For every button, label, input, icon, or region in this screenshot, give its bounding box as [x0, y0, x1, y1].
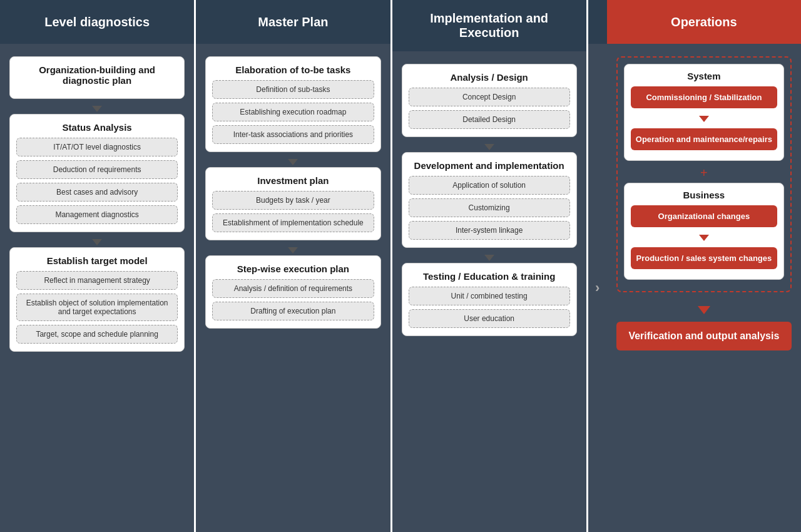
card-elaboration: Elaboration of to-be tasks Definition of…	[205, 56, 380, 152]
arrow-spacer-5	[484, 142, 494, 152]
arrow-spacer-2	[92, 237, 102, 247]
arrow-spacer-1	[92, 104, 102, 114]
column-level-diagnostics: Level diagnostics Organization-building …	[0, 0, 196, 532]
red-arrow-2	[699, 235, 709, 241]
sub-impl-schedule: Establishment of implementation schedule	[212, 213, 374, 232]
business-title: Business	[631, 190, 777, 200]
card-org-title: Organization-building and diagnostic pla…	[16, 64, 178, 86]
column-operations: Operations System Commissioning / Stabil…	[607, 0, 801, 532]
card-stepwise: Step-wise execution plan Analysis / defi…	[205, 255, 380, 329]
col3-header: Implementation andExecution	[392, 0, 586, 51]
col3-body: Analysis / Design Concept Design Detaile…	[392, 51, 586, 532]
arrow-down-1	[92, 106, 102, 112]
sub-reflect: Reflect in management strategy	[16, 271, 178, 290]
sub-best-cases: Best cases and advisory	[16, 183, 178, 202]
col2-body: Elaboration of to-be tasks Definition of…	[196, 44, 390, 532]
arrow-down-5	[484, 144, 494, 150]
col4-header: Operations	[607, 0, 801, 44]
elaboration-title: Elaboration of to-be tasks	[212, 64, 374, 75]
main-container: Level diagnostics Organization-building …	[0, 0, 801, 532]
arrow-down-2	[92, 239, 102, 245]
arrow-spacer-6	[484, 253, 494, 263]
card-verification: Verification and output analysis	[616, 322, 792, 350]
sub-def-subtasks: Definition of sub-tasks	[212, 80, 374, 99]
red-card-org-changes: Organizational changes	[631, 205, 777, 227]
sub-establish-obj: Establish object of solution implementat…	[16, 294, 178, 321]
sub-concept-design: Concept Design	[409, 88, 570, 106]
sub-budgets: Budgets by task / year	[212, 191, 374, 210]
col-divider: ›	[588, 0, 607, 532]
stepwise-title: Step-wise execution plan	[212, 263, 374, 274]
right-arrow-icon: ›	[595, 280, 599, 296]
col1-header: Level diagnostics	[0, 0, 194, 44]
col1-title: Level diagnostics	[44, 15, 150, 29]
col4-title: Operations	[671, 15, 737, 29]
divider-body: ›	[588, 44, 607, 532]
red-card-operation: Operation and maintenance/repairs	[631, 128, 777, 150]
sub-customizing: Customizing	[409, 198, 570, 217]
analysis-design-title: Analysis / Design	[409, 72, 570, 83]
arrow-spacer-3	[288, 157, 298, 167]
ops-dashed-section: System Commissioning / Stabilization Ope…	[616, 56, 792, 292]
arrow-down-4	[288, 247, 298, 253]
sub-detailed-design: Detailed Design	[409, 110, 570, 129]
sub-management-diag: Management diagnostics	[16, 205, 178, 224]
arrow-spacer-4	[288, 245, 298, 255]
sub-it-at-ot: IT/AT/OT level diagnostics	[16, 138, 178, 156]
col3-title: Implementation andExecution	[430, 11, 548, 40]
divider-header-spacer	[588, 0, 607, 44]
arrow-red-small-1	[631, 112, 777, 126]
column-master-plan: Master Plan Elaboration of to-be tasks D…	[196, 0, 392, 532]
sub-target-scope: Target, scope and schedule planning	[16, 325, 178, 344]
system-title: System	[631, 71, 777, 81]
sub-deduction: Deduction of requirements	[16, 160, 178, 179]
column-impl-exec: Implementation andExecution Analysis / D…	[392, 0, 588, 532]
target-model-title: Establish target model	[16, 255, 178, 266]
sub-app-solution: Application of solution	[409, 176, 570, 195]
col1-body: Organization-building and diagnostic pla…	[0, 44, 194, 532]
card-status-analysis: Status Analysis IT/AT/OT level diagnosti…	[9, 114, 185, 232]
card-analysis-design: Analysis / Design Concept Design Detaile…	[402, 64, 577, 137]
development-title: Development and implementation	[409, 160, 570, 171]
red-card-production: Production / sales system changes	[631, 247, 777, 269]
sub-user-edu: User education	[409, 309, 570, 328]
sub-drafting: Drafting of execution plan	[212, 302, 374, 320]
arrow-down-6	[484, 255, 494, 261]
card-business: Business Organizational changes Producti…	[624, 183, 784, 280]
red-arrow-1	[699, 116, 709, 122]
sub-unit-testing: Unit / combined testing	[409, 287, 570, 305]
investment-title: Investment plan	[212, 175, 374, 186]
card-investment: Investment plan Budgets by task / year E…	[205, 167, 380, 240]
sub-exec-roadmap: Establishing execution roadmap	[212, 103, 374, 121]
arrow-down-3	[288, 159, 298, 165]
col2-title: Master Plan	[258, 15, 328, 29]
col4-body: System Commissioning / Stabilization Ope…	[607, 44, 801, 532]
sub-intersystem: Inter-system linkage	[409, 221, 570, 240]
card-target-model: Establish target model Reflect in manage…	[9, 247, 185, 352]
testing-title: Testing / Education & training	[409, 271, 570, 282]
card-development: Development and implementation Applicati…	[402, 152, 577, 248]
card-testing: Testing / Education & training Unit / co…	[402, 263, 577, 336]
status-analysis-title: Status Analysis	[16, 122, 178, 133]
sub-intertask: Inter-task associations and priorities	[212, 125, 374, 144]
arrow-red-small-2	[631, 231, 777, 245]
plus-sign: +	[624, 166, 784, 180]
red-arrow-large	[698, 306, 710, 314]
col2-header: Master Plan	[196, 0, 390, 44]
sub-analysis-def: Analysis / definition of requirements	[212, 279, 374, 298]
card-system: System Commissioning / Stabilization Ope…	[624, 64, 784, 161]
arrow-red-large-spacer	[698, 302, 710, 318]
card-org-building: Organization-building and diagnostic pla…	[9, 56, 185, 99]
red-card-commissioning: Commissioning / Stabilization	[631, 86, 777, 108]
